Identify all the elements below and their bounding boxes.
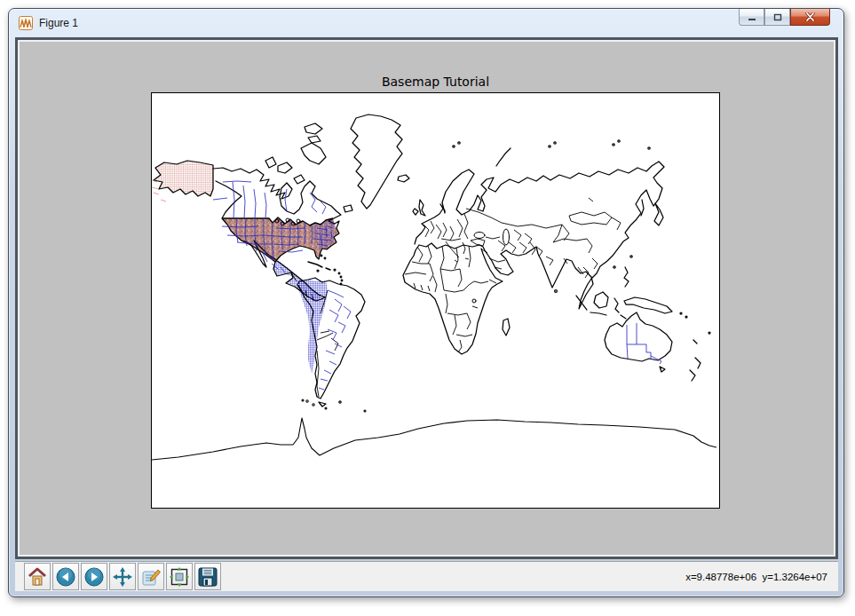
forward-icon	[83, 566, 105, 588]
titlebar[interactable]: Figure 1	[9, 9, 843, 37]
configure-subplots-icon	[169, 566, 190, 588]
minimize-button[interactable]	[739, 9, 764, 26]
configure-subplots-button[interactable]	[166, 563, 193, 590]
pan-icon	[112, 566, 133, 588]
save-icon	[197, 566, 218, 588]
maximize-button[interactable]	[764, 9, 790, 26]
window-controls	[739, 9, 830, 26]
coastline-layer	[154, 115, 710, 407]
back-button[interactable]	[52, 563, 79, 590]
plot-title: Basemap Tutorial	[152, 75, 719, 89]
canvas-frame: Basemap Tutorial	[15, 37, 838, 559]
figure-canvas[interactable]: Basemap Tutorial	[20, 42, 834, 555]
canvas-frame-inner: Basemap Tutorial	[18, 40, 835, 557]
screen: Figure 1	[0, 0, 855, 616]
edit-parameters-button[interactable]	[138, 563, 164, 590]
maximize-icon	[773, 13, 782, 21]
edit-parameters-icon	[140, 566, 162, 588]
close-icon	[805, 12, 815, 21]
back-icon	[55, 566, 76, 588]
pan-button[interactable]	[109, 563, 136, 590]
world-map-axes[interactable]	[151, 92, 720, 509]
antarctica-layer	[152, 399, 716, 460]
figure-window: Figure 1	[8, 8, 844, 597]
minimize-icon	[748, 13, 756, 21]
forward-button[interactable]	[81, 563, 107, 590]
state-border-layer	[213, 181, 661, 390]
save-button[interactable]	[194, 563, 221, 590]
home-button[interactable]	[24, 563, 51, 590]
window-title: Figure 1	[39, 17, 78, 29]
alaska-county-layer	[154, 161, 213, 196]
cursor-coordinates: x=9.48778e+06 y=1.3264e+07	[685, 572, 838, 582]
home-icon	[27, 566, 48, 588]
matplotlib-icon	[19, 16, 33, 30]
close-button[interactable]	[790, 9, 830, 26]
navigation-toolbar: x=9.48778e+06 y=1.3264e+07	[15, 561, 838, 591]
